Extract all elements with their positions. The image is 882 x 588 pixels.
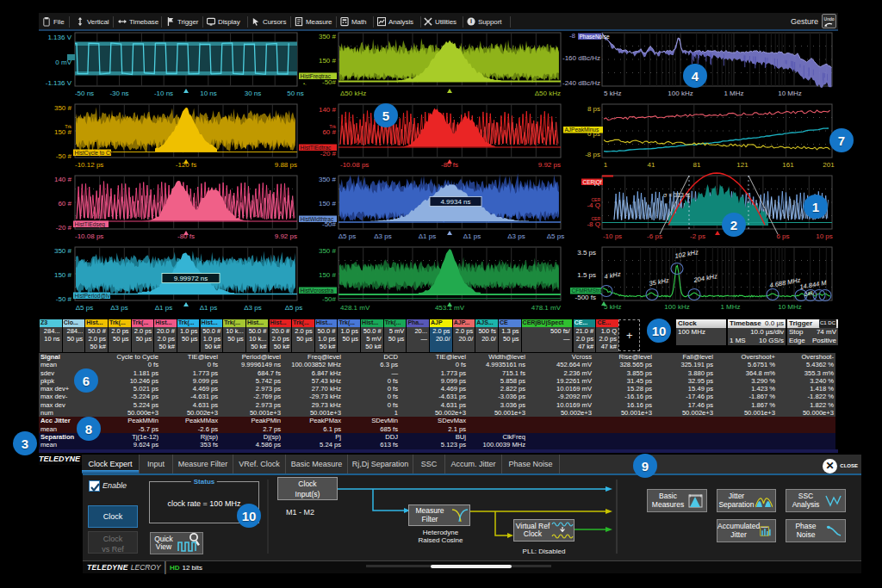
svg-text:478.1 mV: 478.1 mV [531, 304, 562, 312]
svg-text:150 #: 150 # [319, 57, 337, 65]
svg-text:161: 161 [782, 161, 794, 169]
svg-text:-8 ps: -8 ps [585, 151, 600, 158]
svg-text:HistVcrosstra: HistVcrosstra [301, 288, 334, 294]
svg-text:Δ50 kHz: Δ50 kHz [535, 90, 561, 97]
svg-text:50 ns: 50 ns [287, 90, 304, 97]
svg-text:Δ5 ps: Δ5 ps [339, 232, 356, 240]
svg-text:Δ1 ps: Δ1 ps [155, 304, 172, 312]
svg-text:1 MHz: 1 MHz [720, 303, 740, 311]
svg-text:6 ps: 6 ps [776, 232, 789, 240]
svg-text:Δ3 ps: Δ3 ps [244, 304, 261, 312]
svg-text:121: 121 [736, 161, 748, 169]
svg-text:350 #: 350 # [54, 247, 72, 255]
svg-text:-20 #: -20 # [320, 150, 337, 158]
svg-text:-10 ns: -10 ns [154, 90, 173, 97]
svg-text:150 #: 150 # [54, 128, 72, 136]
svg-text:8 ps: 8 ps [587, 105, 600, 113]
svg-text:-50#: -50# [322, 78, 337, 86]
svg-text:-2 ps: -2 ps [690, 232, 705, 240]
svg-text:AJPeakMinus: AJPeakMinus [565, 127, 599, 133]
svg-text:9.99972 ns: 9.99972 ns [174, 275, 208, 282]
svg-text:-500 fs: -500 fs [575, 294, 596, 301]
svg-text:100 kHz: 100 kHz [664, 303, 689, 311]
svg-text:-6 ps: -6 ps [647, 232, 662, 240]
svg-text:4.9934 ns: 4.9934 ns [440, 198, 470, 206]
svg-text:HistCycle to Cy: HistCycle to Cy [75, 150, 114, 157]
svg-text:1 MHz: 1 MHz [724, 90, 743, 97]
svg-text:5 kHz: 5 kHz [604, 303, 621, 311]
svg-text:150 #: 150 # [54, 271, 72, 279]
svg-text:HistTIEdtrac: HistTIEdtrac [301, 145, 332, 151]
svg-text:Δ3 ps: Δ3 ps [374, 232, 391, 240]
svg-text:350 #: 350 # [319, 247, 337, 255]
svg-text:-10 ps: -10 ps [603, 232, 622, 240]
svg-text:10 ns: 10 ns [200, 90, 217, 97]
svg-text:-30 ns: -30 ns [109, 90, 128, 97]
svg-text:Δ3 ps: Δ3 ps [507, 232, 525, 240]
svg-text:Δ3 ps: Δ3 ps [110, 304, 127, 312]
svg-text:-20 #: -20 # [56, 224, 72, 232]
svg-text:HistTIEdseq: HistTIEdseq [75, 221, 106, 228]
svg-text:-4 Q: -4 Q [587, 201, 600, 209]
svg-text:3.5 ps: 3.5 ps [577, 249, 596, 257]
svg-text:100 kHz: 100 kHz [668, 90, 693, 97]
svg-text:CFMRMStrac: CFMRMStrac [572, 288, 606, 294]
svg-text:10 ps: 10 ps [816, 232, 833, 240]
svg-text:81: 81 [693, 161, 701, 169]
svg-text:-10.08 ps: -10.08 ps [75, 232, 103, 240]
svg-text:-10.08 ps: -10.08 ps [340, 161, 369, 169]
svg-text:140 #: 140 # [54, 176, 72, 183]
svg-text:-50 #: -50 # [56, 295, 72, 303]
svg-text:-50#: -50# [322, 295, 337, 303]
svg-text:1.5 ps: 1.5 ps [577, 271, 596, 279]
svg-text:9.92 ps: 9.92 ps [275, 232, 297, 240]
svg-text:10 MHz: 10 MHz [778, 90, 802, 97]
svg-text:-50 ns: -50 ns [75, 90, 94, 97]
svg-text:Δ5 ps: Δ5 ps [285, 304, 302, 312]
svg-text:•.: •. [303, 81, 307, 86]
svg-text:5 kHz: 5 kHz [604, 90, 621, 97]
svg-text:-50 #: -50 # [56, 152, 72, 160]
svg-text:Δ1 ps: Δ1 ps [419, 232, 436, 240]
svg-text:-8: -8 [569, 32, 576, 40]
svg-text:HistWidthtrac: HistWidthtrac [301, 216, 334, 222]
svg-text:150 #: 150 # [319, 271, 337, 279]
svg-text:CERjQf: CERjQf [583, 179, 602, 186]
svg-text:1: 1 [604, 161, 608, 169]
svg-text:201: 201 [823, 161, 835, 169]
svg-text:10 MHz: 10 MHz [778, 303, 802, 311]
svg-text:1.136 V: 1.136 V [47, 34, 71, 41]
svg-text:Δ5 ps: Δ5 ps [76, 304, 93, 312]
svg-text:-8 Q: -8 Q [587, 220, 600, 228]
svg-text:σ = 313 fs: σ = 313 fs [663, 192, 691, 198]
svg-text:428.1 mV: 428.1 mV [340, 304, 370, 312]
svg-text:Δ5 ps: Δ5 ps [547, 232, 564, 240]
svg-text:Δ50 kHz: Δ50 kHz [340, 90, 366, 97]
svg-text:60 #: 60 # [322, 128, 336, 136]
svg-text:Δ1 ps: Δ1 ps [200, 304, 217, 312]
svg-text:350 #: 350 # [319, 33, 337, 40]
svg-text:60 #: 60 # [58, 200, 71, 207]
svg-text:HistPeriod@lv: HistPeriod@lv [75, 293, 111, 299]
svg-text:140 #: 140 # [319, 106, 337, 114]
svg-text:Trk: Trk [329, 124, 336, 129]
svg-text:-160 dBc/Hz: -160 dBc/Hz [562, 54, 600, 62]
svg-text:-240 dBc/Hz: -240 dBc/Hz [562, 79, 600, 87]
svg-text:-1.136 V: -1.136 V [46, 79, 72, 87]
svg-text:350 #: 350 # [54, 104, 72, 112]
svg-text:30 ns: 30 ns [245, 90, 262, 97]
svg-text:PhaseNoise: PhaseNoise [580, 34, 610, 40]
svg-text:Trk: Trk [65, 124, 71, 129]
svg-text:-10.12 ps: -10.12 ps [75, 161, 103, 169]
svg-text:HistFreqtrac: HistFreqtrac [301, 73, 332, 80]
svg-text:CER: CER [591, 197, 600, 202]
svg-text:350 #: 350 # [319, 176, 337, 183]
svg-text:Δ1 ps: Δ1 ps [463, 232, 481, 240]
svg-text:9.88 ps: 9.88 ps [275, 161, 297, 169]
svg-text:41: 41 [648, 161, 655, 169]
svg-text:9.92 ps: 9.92 ps [538, 161, 561, 169]
svg-text:CER: CER [591, 216, 600, 221]
svg-text:150 #: 150 # [319, 200, 337, 207]
